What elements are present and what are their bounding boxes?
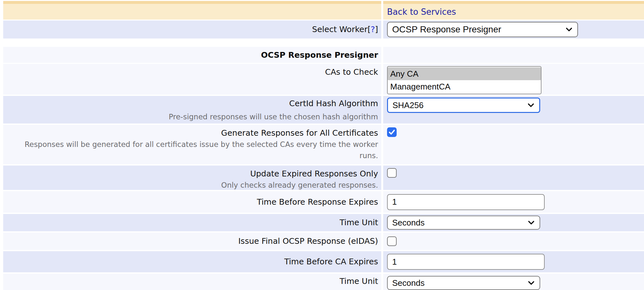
update-expired-row: Update Expired Responses Only Only check… — [3, 166, 644, 190]
time-unit-response-label: Time Unit — [340, 218, 378, 228]
worker-select[interactable]: OCSP Response Presigner — [387, 22, 578, 37]
time-unit-ca-row: Time Unit Seconds — [3, 274, 644, 290]
header-row: Back to Services — [3, 1, 644, 20]
section-title-row: OCSP Response Presigner — [3, 47, 644, 63]
update-expired-checkbox[interactable] — [387, 168, 397, 178]
cas-option-managementca[interactable]: ManagementCA — [388, 80, 541, 93]
cas-option-any-ca[interactable]: Any CA — [388, 67, 541, 80]
time-unit-response-row: Time Unit Seconds — [3, 214, 644, 231]
select-worker-label: Select Worker[?] — [312, 24, 378, 35]
worker-select-value: OCSP Response Presigner — [392, 24, 501, 35]
issue-final-row: Issue Final OCSP Response (eIDAS) — [3, 233, 644, 250]
cas-to-check-row: CAs to Check Any CA ManagementCA — [3, 64, 644, 95]
update-expired-label: Update Expired Responses Only — [250, 167, 378, 180]
issue-final-label: Issue Final OCSP Response (eIDAS) — [238, 236, 378, 246]
time-unit-ca-label: Time Unit — [340, 276, 378, 286]
cas-listbox[interactable]: Any CA ManagementCA — [387, 66, 541, 94]
select-worker-label-text: Select Worker — [312, 25, 367, 34]
header-right-cell: Back to Services — [383, 1, 644, 20]
chevron-down-icon — [527, 218, 535, 227]
time-before-response-row: Time Before Response Expires — [3, 191, 644, 213]
time-before-ca-input[interactable] — [387, 254, 545, 270]
time-unit-response-value: Seconds — [392, 218, 425, 228]
time-before-ca-row: Time Before CA Expires — [3, 251, 644, 272]
cas-to-check-label: CAs to Check — [325, 67, 378, 77]
section-title: OCSP Response Presigner — [261, 50, 378, 60]
generate-all-label: Generate Responses for All Certificates — [221, 127, 378, 139]
time-before-response-input[interactable] — [387, 194, 545, 210]
help-open-bracket: [ — [367, 25, 371, 34]
hash-algorithm-value: SHA256 — [392, 100, 424, 110]
worker-help-link[interactable]: ? — [371, 25, 375, 34]
time-before-ca-label: Time Before CA Expires — [284, 257, 378, 267]
hash-algorithm-row: CertId Hash Algorithm Pre-signed respons… — [3, 96, 644, 124]
time-before-response-label: Time Before Response Expires — [257, 197, 378, 207]
hash-algorithm-select[interactable]: SHA256 — [387, 98, 540, 113]
time-unit-ca-value: Seconds — [392, 278, 425, 288]
issue-final-checkbox[interactable] — [387, 236, 397, 246]
generate-all-row: Generate Responses for All Certificates … — [3, 125, 644, 164]
ocsp-presigner-config-page: Back to Services Select Worker[?] OCSP R… — [0, 0, 644, 290]
time-unit-response-select[interactable]: Seconds — [387, 216, 540, 230]
header-left-cell — [3, 1, 381, 20]
help-close-bracket: ] — [375, 25, 378, 34]
select-worker-row: Select Worker[?] OCSP Response Presigner — [3, 21, 644, 38]
generate-all-help: Responses will be generated for all cert… — [8, 139, 378, 161]
generate-all-checkbox[interactable] — [387, 127, 397, 137]
time-unit-ca-select[interactable]: Seconds — [387, 276, 540, 290]
check-icon — [388, 128, 396, 136]
hash-algorithm-help: Pre-signed responses will use the chosen… — [169, 111, 378, 123]
chevron-down-icon — [527, 279, 535, 287]
hash-algorithm-label: CertId Hash Algorithm — [289, 96, 378, 111]
chevron-down-icon — [565, 25, 573, 34]
update-expired-help: Only checks already generated responses. — [221, 180, 378, 191]
back-to-services-link[interactable]: Back to Services — [387, 4, 456, 20]
chevron-down-icon — [527, 101, 535, 109]
